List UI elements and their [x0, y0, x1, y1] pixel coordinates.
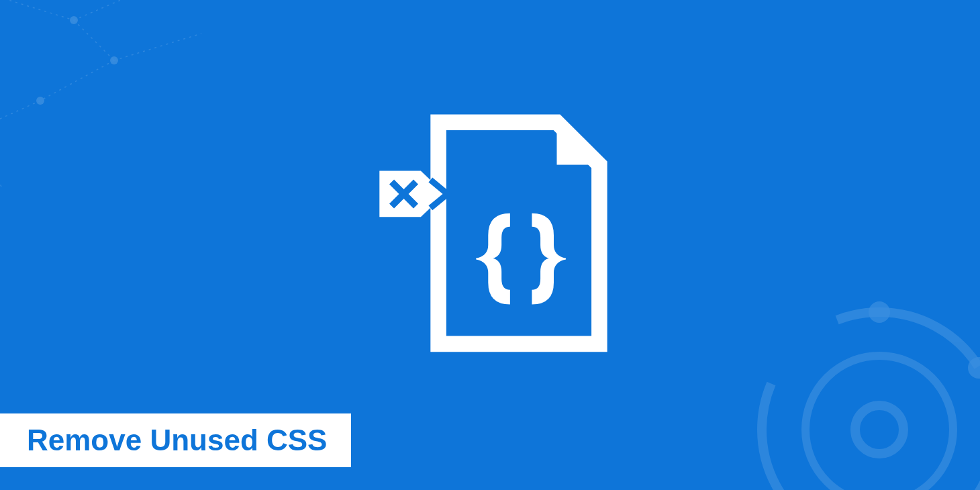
svg-point-8	[110, 56, 118, 64]
svg-point-7	[70, 16, 78, 24]
svg-point-14	[869, 301, 890, 323]
network-decor-icon	[0, 0, 228, 188]
page-title: Remove Unused CSS	[0, 413, 351, 467]
svg-line-6	[0, 131, 5, 188]
svg-point-15	[968, 357, 980, 379]
logo-decor-icon	[738, 289, 980, 490]
braces-icon	[476, 213, 566, 305]
svg-line-5	[0, 101, 40, 131]
svg-point-9	[36, 97, 44, 105]
svg-point-11	[762, 312, 980, 490]
svg-line-0	[0, 0, 74, 20]
svg-point-12	[805, 356, 953, 490]
svg-line-1	[74, 0, 168, 20]
svg-line-4	[114, 34, 201, 60]
css-file-remove-icon	[356, 97, 624, 366]
svg-line-3	[40, 60, 114, 101]
svg-line-2	[74, 20, 114, 60]
svg-point-13	[855, 405, 903, 454]
